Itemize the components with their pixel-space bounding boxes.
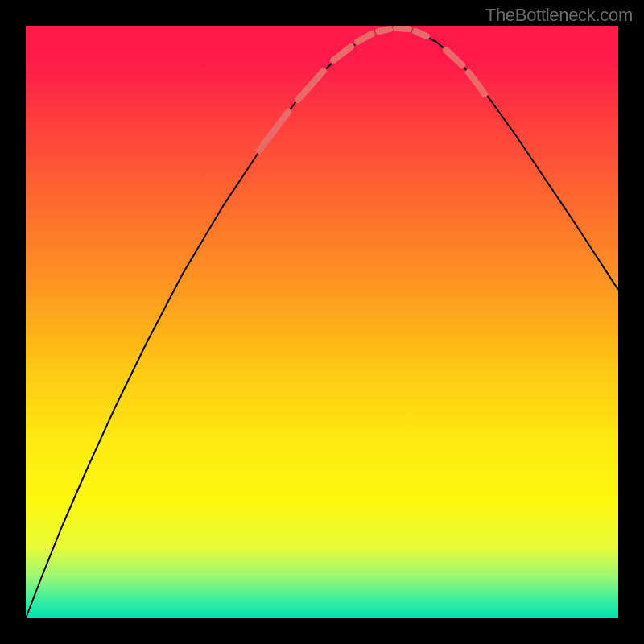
highlight-segment (378, 29, 390, 31)
chart-frame: TheBottleneck.com (0, 0, 644, 644)
attribution-label: TheBottleneck.com (485, 5, 633, 26)
highlight-segment (446, 50, 462, 65)
highlight-segment (396, 28, 409, 29)
highlight-segment (298, 71, 324, 100)
highlight-segment (333, 47, 351, 60)
highlight-segment (481, 89, 485, 94)
highlight-segment (469, 72, 480, 87)
highlight-segment (415, 31, 427, 36)
curve-layer (26, 26, 618, 618)
highlight-segment (259, 112, 288, 151)
plot-area (26, 26, 618, 618)
main-curve (26, 28, 618, 618)
highlight-segment (357, 34, 372, 42)
highlight-segments (259, 28, 485, 151)
